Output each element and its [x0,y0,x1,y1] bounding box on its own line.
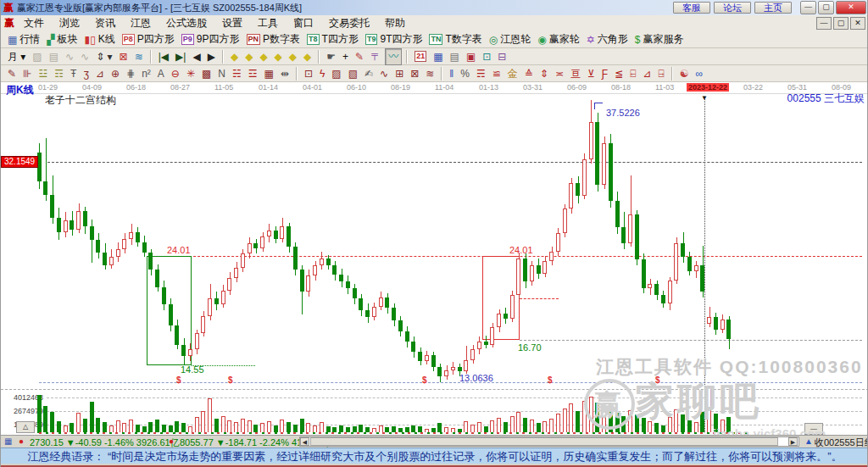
t-square-icon[interactable]: T8T四方形 [304,32,361,47]
mdi-restore-button[interactable]: ▢ [833,17,849,30]
circle-cross-icon[interactable]: ⊕ [108,66,122,81]
multi-line-icon[interactable]: ≋ [132,49,146,64]
xor-icon[interactable]: ⊻ [585,66,598,81]
fire-trigram-icon[interactable]: ☲ [246,66,260,81]
wind-trigram-icon[interactable]: ☴ [474,66,488,81]
p-table-icon[interactable]: PNP数字表 [244,32,303,47]
chart-grid-icon[interactable]: ▨ [30,49,44,64]
wedge-icon[interactable]: ⊿ [640,66,654,81]
first-bar-icon[interactable]: |◀ [156,49,171,64]
gann-wheel-icon[interactable]: ◎江恩轮 [487,32,533,47]
scroll-left-arrow[interactable]: ◀ [300,437,309,446]
tab-arrows-icon[interactable]: ⇹ [278,66,292,81]
forum-button[interactable]: 论坛 [714,2,751,14]
save-icon[interactable]: ▣ [464,49,478,64]
scrollbar-thumb[interactable] [310,437,778,446]
homepage-button[interactable]: 主页 [754,2,792,14]
kline-icon[interactable]: ▮▯K线 [82,32,118,47]
approx-icon[interactable]: ≌ [490,66,504,81]
window-grid-icon[interactable]: ▦ [261,66,275,81]
hexagon-icon[interactable]: ✡六角形 [584,32,631,47]
next-bar-icon[interactable]: ▶ [205,49,218,64]
shade-right-icon[interactable]: ▧ [346,66,360,81]
trigram-earth-icon[interactable]: ☶ [52,66,66,81]
cross-box-icon[interactable]: ⊠ [408,66,421,81]
span-icon[interactable]: 亘 [568,66,583,81]
info-panel-icon[interactable]: ▤ [47,49,61,64]
estimate-icon[interactable]: ≙ [522,66,536,81]
mdi-minimize-button[interactable]: — [816,17,832,30]
updown-line-icon[interactable]: ⇕ [537,66,551,81]
gann-grid-icon[interactable]: ⊪ [20,66,34,81]
diamond-nav-up-icon[interactable]: ◆ [287,49,299,64]
pencil-icon[interactable]: ✎ [5,66,19,81]
emperor-tool-icon[interactable]: 〒 [368,49,383,64]
calculator-icon[interactable]: ▦ [431,49,445,64]
export-icon[interactable]: ⊡ [480,49,493,64]
tbar-icon[interactable]: Ŧ [68,66,79,81]
notepad-icon[interactable]: ▤ [448,49,462,64]
close-button[interactable]: ✕ [836,1,866,14]
hash-ruler-icon[interactable]: ⋕ [124,66,137,81]
wave-icon[interactable]: ∿ [377,66,391,81]
infinity-icon[interactable]: ∞ [693,66,705,81]
hand-tool-icon[interactable]: ☛ [324,49,338,64]
yinyang-icon[interactable]: ☯ [677,66,692,81]
quotes-icon[interactable]: ▦行情 [5,32,42,47]
star-burst-icon[interactable]: ✳ [184,66,198,81]
pillars-icon[interactable]: ‖ [447,66,456,81]
shade-left-icon[interactable]: ▨ [329,66,343,81]
sync-icon[interactable]: ⊟ [495,49,509,64]
updown-dropdown[interactable]: ⇕ ▾ [93,49,114,64]
sh-index-icon[interactable]: ● [19,436,24,446]
angle-tool-icon[interactable]: ⊿ [93,66,107,81]
curve-b-icon[interactable]: ∿ [78,49,92,64]
menu-item-窗口[interactable]: 窗口 [286,16,321,31]
target-icon[interactable]: ⊖ [169,66,182,81]
gold-icon[interactable]: 金 [505,66,520,81]
winner-service-icon[interactable]: $赢家服务 [632,32,687,47]
9p-square-icon[interactable]: P99P四方形 [179,32,242,47]
menu-item-江恩[interactable]: 江恩 [123,16,159,31]
triple-wave-icon[interactable]: ≋ [423,66,437,81]
menu-item-公式选股[interactable]: 公式选股 [159,16,214,31]
support-button[interactable]: 客服 [673,2,710,14]
percent-icon[interactable]: % [458,66,472,81]
sz-index-icon[interactable]: ● [169,436,174,446]
menu-item-设置[interactable]: 设置 [214,16,250,31]
menu-item-帮助[interactable]: 帮助 [377,16,413,31]
menu-item-工具[interactable]: 工具 [250,16,286,31]
opposition-icon[interactable]: ≍ [553,66,566,81]
trigram-heaven-icon[interactable]: ☳ [36,66,51,81]
mdi-close-button[interactable]: ✕ [850,17,865,30]
curve-a-icon[interactable]: ∿ [63,49,76,64]
diamond-nav-in-icon[interactable]: ◆ [257,49,270,64]
t-table-icon[interactable]: TNT数字表 [426,32,484,47]
plus-box-icon[interactable]: ⊞ [392,66,406,81]
lightning-icon[interactable]: ϟ [317,66,327,81]
shift-icon[interactable]: ⍈ [655,66,666,81]
line-tool-icon[interactable]: 〰 [385,48,402,65]
p-square-icon[interactable]: P8P四方形 [120,32,177,47]
diamond-nav-right-icon[interactable]: ◆ [242,49,255,64]
prev-bar-icon[interactable]: ◀ [190,49,203,64]
diamond-nav-down-icon[interactable]: ◆ [301,49,314,64]
water-trigram-icon[interactable]: ☵ [230,66,244,81]
draw-whip-icon[interactable]: ✎ [353,49,366,64]
diamond-nav-out-icon[interactable]: ◆ [272,49,285,64]
last-bar-icon[interactable]: ▶| [173,49,188,64]
menu-item-资讯[interactable]: 资讯 [87,16,123,31]
letter-a-icon[interactable]: A [155,66,167,81]
f-hook-icon[interactable]: Ƒ [599,66,610,81]
winner-wheel-icon[interactable]: ◉赢家轮 [535,32,581,47]
volume-collapse-button[interactable]: △ [16,421,35,433]
calendar-21-icon[interactable]: 21 [412,49,429,64]
less-equal-icon[interactable]: ≦ [612,66,626,81]
minimize-button[interactable]: — [800,1,816,14]
menu-item-浏览[interactable]: 浏览 [52,16,87,31]
n-mark-icon[interactable]: Ν [215,66,228,81]
jump-icon[interactable]: ⍇ [627,66,638,81]
candlestick-chart[interactable]: 32.154924.0114.5524.0116.7037.522613.063… [1,93,868,389]
n-square-icon[interactable]: n² [139,66,153,81]
9t-square-icon[interactable]: T99T四方形 [363,32,426,47]
